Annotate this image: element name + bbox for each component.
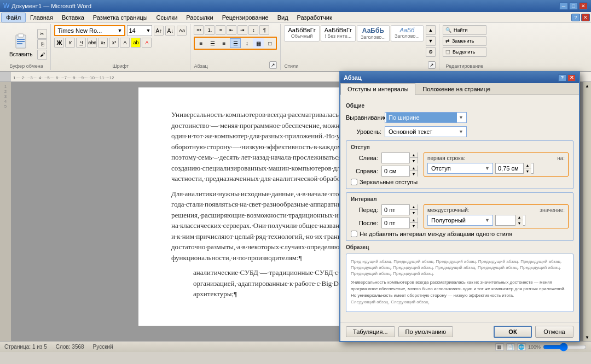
left-value[interactable]	[382, 155, 409, 161]
first-line-select[interactable]: Отступ ▼	[427, 163, 493, 174]
align-right-button[interactable]: ≡	[218, 38, 229, 48]
right-spin-up[interactable]: ▲	[410, 166, 418, 171]
numbering-button[interactable]: 1.	[205, 25, 215, 35]
font-size-arrow[interactable]: ▼	[146, 28, 150, 33]
after-spin-down[interactable]: ▼	[410, 223, 418, 228]
first-line-spin[interactable]: ▲ ▼	[495, 163, 534, 174]
superscript-button[interactable]: x²	[109, 38, 119, 48]
left-spin-up[interactable]: ▲	[410, 152, 418, 158]
style-normal[interactable]: АаБбВвГг Обычный	[284, 25, 319, 42]
vertical-scrollbar[interactable]: ▲ ▼	[583, 82, 591, 341]
shading-button[interactable]: ▦	[253, 38, 264, 48]
paragraph-dialog[interactable]: Абзац ? ✕ Отступы и интервалы Положение …	[339, 71, 580, 342]
find-button[interactable]: 🔍 Найти	[443, 25, 486, 35]
paragraph-dialog-launcher[interactable]: ↗	[269, 61, 277, 69]
right-spin-down[interactable]: ▼	[410, 171, 418, 177]
menu-item-layout[interactable]: Разметка страницы	[89, 13, 152, 22]
spacing-value[interactable]	[496, 217, 515, 224]
menu-item-developer[interactable]: Разработчик	[293, 13, 337, 22]
before-value[interactable]	[382, 207, 409, 213]
default-button[interactable]: По умолчанию	[398, 326, 453, 337]
font-size-field[interactable]: 14 ▼	[127, 25, 152, 36]
alignment-select[interactable]: По ширине ▼	[385, 112, 467, 123]
sort-button[interactable]: ↕	[248, 25, 258, 35]
increase-font-button[interactable]: A↑	[154, 26, 164, 36]
font-color-button[interactable]: A	[142, 38, 152, 48]
highlight-button[interactable]: ab	[131, 38, 141, 48]
align-center-button[interactable]: ☰	[207, 38, 218, 48]
title-bar-controls[interactable]: ─ □ ✕	[559, 2, 588, 10]
style-heading1[interactable]: АаБбЬ Заголово...	[357, 25, 390, 42]
first-line-spin-down[interactable]: ▼	[524, 168, 531, 174]
bullets-button[interactable]: ≡•	[194, 25, 204, 35]
menu-item-review[interactable]: Рецензирование	[218, 13, 273, 22]
border-button[interactable]: □	[264, 38, 275, 48]
menu-item-view[interactable]: Вид	[273, 13, 293, 22]
after-spin-up[interactable]: ▲	[410, 218, 418, 223]
print-layout-button[interactable]: ▦	[495, 343, 504, 351]
minimize-button[interactable]: ─	[559, 2, 568, 10]
dialog-tab-page-position[interactable]: Положение на странице	[415, 83, 497, 95]
italic-button[interactable]: К	[65, 38, 75, 48]
right-spin[interactable]: ▲ ▼	[381, 166, 418, 177]
before-spin[interactable]: ▲ ▼	[381, 204, 418, 215]
web-layout-button[interactable]: 🌐	[517, 343, 526, 351]
full-reading-button[interactable]: 📄	[506, 343, 515, 351]
styles-dialog-launcher[interactable]: ↗	[428, 61, 436, 69]
format-painter-button[interactable]: 🖌	[37, 50, 47, 60]
change-styles-button[interactable]: ⚙	[426, 47, 436, 57]
close-word-button[interactable]: ✕	[581, 14, 590, 21]
menu-item-mailings[interactable]: Рассылки	[182, 13, 217, 22]
right-value[interactable]	[382, 168, 409, 174]
font-name-arrow[interactable]: ▼	[117, 28, 122, 33]
styles-up-button[interactable]: ▲	[426, 25, 436, 35]
zoom-slider[interactable]	[543, 344, 587, 350]
bold-button[interactable]: Ж	[54, 38, 64, 48]
align-justify-button[interactable]: ☰	[230, 38, 241, 48]
scroll-up-button[interactable]: ▲	[583, 82, 591, 90]
first-line-arrow[interactable]: ▼	[483, 166, 491, 171]
strikethrough-button[interactable]: abc	[87, 38, 97, 48]
after-spin[interactable]: ▲ ▼	[381, 218, 418, 228]
menu-item-home[interactable]: Главная	[26, 13, 57, 22]
align-left-button[interactable]: ≡	[195, 38, 206, 48]
multilevel-button[interactable]: ≡	[216, 25, 225, 35]
spacing-spin-down[interactable]: ▼	[515, 220, 523, 226]
before-spin-up[interactable]: ▲	[410, 204, 418, 210]
styles-down-button[interactable]: ▼	[426, 36, 436, 46]
spacing-spin-up[interactable]: ▲	[515, 215, 523, 220]
spacing-value-spin[interactable]: ▲ ▼	[495, 215, 525, 226]
help-button[interactable]: ?	[571, 14, 580, 21]
select-button[interactable]: ⬚ Выделить	[443, 47, 486, 57]
level-arrow[interactable]: ▼	[457, 129, 465, 134]
maximize-button[interactable]: □	[569, 2, 578, 10]
line-spacing-arrow[interactable]: ▼	[483, 218, 491, 223]
first-line-on-value[interactable]	[496, 165, 523, 172]
ok-button[interactable]: ОК	[494, 326, 532, 338]
increase-indent-button[interactable]: ⇥	[237, 25, 247, 35]
left-spin-down[interactable]: ▼	[410, 158, 418, 163]
style-heading2[interactable]: АаБб Заголово...	[391, 25, 424, 42]
after-value[interactable]	[382, 220, 409, 226]
cancel-button[interactable]: Отмена	[535, 326, 573, 338]
text-effects-button[interactable]: A	[120, 38, 130, 48]
cut-button[interactable]: ✂	[37, 29, 47, 39]
scroll-down-button[interactable]: ▼	[583, 333, 591, 341]
mirror-checkbox[interactable]	[351, 179, 357, 185]
level-select[interactable]: Основной текст ▼	[385, 126, 467, 137]
decrease-indent-button[interactable]: ⇤	[227, 25, 236, 35]
menu-item-file[interactable]: Файл	[1, 13, 26, 22]
copy-button[interactable]: ⎘	[37, 39, 47, 49]
tab-button[interactable]: Табуляция...	[346, 326, 395, 337]
no-interval-checkbox[interactable]	[351, 231, 357, 237]
before-spin-down[interactable]: ▼	[410, 210, 418, 215]
dialog-tab-indent-spacing[interactable]: Отступы и интервалы	[340, 83, 415, 95]
first-line-spin-up[interactable]: ▲	[524, 163, 531, 168]
left-spin[interactable]: ▲ ▼	[381, 152, 418, 163]
decrease-font-button[interactable]: A↓	[165, 26, 175, 36]
font-name-field[interactable]: Times New Ro... ▼	[54, 25, 125, 36]
change-case-button[interactable]: Aa	[177, 26, 187, 36]
line-spacing-select[interactable]: Полуторный ▼	[427, 215, 493, 226]
style-no-spacing[interactable]: АаБбВвГг ! Без инте...	[321, 25, 356, 42]
menu-item-references[interactable]: Ссылки	[152, 13, 182, 22]
